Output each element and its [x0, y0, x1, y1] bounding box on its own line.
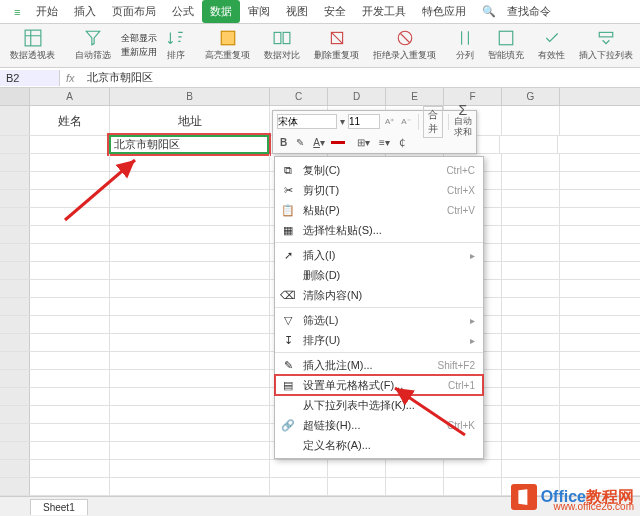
decrease-font-icon[interactable]: A⁻: [399, 117, 412, 126]
tab-formula[interactable]: 公式: [164, 0, 202, 23]
svg-rect-1: [221, 31, 235, 45]
sheet-tab[interactable]: Sheet1: [30, 499, 88, 515]
tab-layout[interactable]: 页面布局: [104, 0, 164, 23]
menu-insert-comment[interactable]: ✎插入批注(M)...Shift+F2: [275, 355, 483, 375]
menu-sort[interactable]: ↧排序(U)▸: [275, 330, 483, 350]
increase-font-icon[interactable]: A⁺: [383, 117, 396, 126]
selected-cell[interactable]: 北京市朝阳区: [109, 135, 269, 154]
clear-icon: ⌫: [281, 288, 295, 302]
select-all-corner[interactable]: [0, 88, 30, 105]
row-header[interactable]: [0, 106, 30, 135]
text-to-columns-button[interactable]: 分列: [452, 27, 478, 64]
menu-pick-from-list[interactable]: 从下拉列表中选择(K)...: [275, 395, 483, 415]
menu-format-cells[interactable]: ▤设置单元格格式(F)...Ctrl+1: [275, 375, 483, 395]
cell-a1[interactable]: 姓名: [30, 106, 110, 135]
paste-special-icon: ▦: [281, 223, 295, 237]
col-header-g[interactable]: G: [502, 88, 560, 105]
col-header-c[interactable]: C: [270, 88, 328, 105]
pivot-button[interactable]: 数据透视表: [6, 27, 59, 64]
number-format-button[interactable]: ₵: [396, 136, 408, 149]
fx-icon[interactable]: fx: [60, 72, 81, 84]
name-box[interactable]: B2: [0, 70, 60, 86]
tab-data[interactable]: 数据: [202, 0, 240, 23]
format-painter-icon[interactable]: ✎: [293, 136, 307, 149]
row-header[interactable]: [0, 136, 30, 153]
menu-define-name[interactable]: 定义名称(A)...: [275, 435, 483, 455]
comment-icon: ✎: [281, 358, 295, 372]
reapply-button[interactable]: 重新应用: [121, 46, 157, 59]
menu-copy[interactable]: ⧉复制(C)Ctrl+C: [275, 160, 483, 180]
bold-button[interactable]: B: [277, 136, 290, 149]
menu-filter[interactable]: ▽筛选(L)▸: [275, 310, 483, 330]
context-menu: ⧉复制(C)Ctrl+C ✂剪切(T)Ctrl+X 📋粘贴(P)Ctrl+V ▦…: [274, 156, 484, 459]
reject-dup-button[interactable]: 拒绝录入重复项: [369, 27, 440, 64]
menu-paste[interactable]: 📋粘贴(P)Ctrl+V: [275, 200, 483, 220]
align-button[interactable]: ≡▾: [376, 136, 393, 149]
paste-icon: 📋: [281, 203, 295, 217]
menu-clear[interactable]: ⌫清除内容(N): [275, 285, 483, 305]
smart-fill-button[interactable]: 智能填充: [484, 27, 528, 64]
insert-icon: ➚: [281, 248, 295, 262]
svg-rect-6: [499, 31, 513, 45]
tab-review[interactable]: 审阅: [240, 0, 278, 23]
formula-input[interactable]: 北京市朝阳区: [81, 68, 640, 87]
sort-button[interactable]: 排序: [163, 27, 189, 64]
office-logo-icon: [511, 484, 537, 510]
svg-rect-3: [283, 32, 290, 43]
delete-dup-button[interactable]: 删除重复项: [310, 27, 363, 64]
col-header-a[interactable]: A: [30, 88, 110, 105]
menu-hyperlink[interactable]: 🔗超链接(H)...Ctrl+K: [275, 415, 483, 435]
cut-icon: ✂: [281, 183, 295, 197]
menu-delete[interactable]: 删除(D): [275, 265, 483, 285]
ribbon-tab-bar: ≡ 开始 插入 页面布局 公式 数据 审阅 视图 安全 开发工具 特色应用 🔍 …: [0, 0, 640, 24]
tab-special[interactable]: 特色应用: [414, 0, 474, 23]
watermark: Office教程网 www.office26.com: [511, 484, 634, 510]
svg-rect-7: [599, 32, 613, 37]
tab-dev[interactable]: 开发工具: [354, 0, 414, 23]
tab-view[interactable]: 视图: [278, 0, 316, 23]
copy-icon: ⧉: [281, 163, 295, 177]
border-button[interactable]: ⊞▾: [354, 136, 373, 149]
filter-icon: ▽: [281, 313, 295, 327]
dropdown-button[interactable]: 插入下拉列表: [575, 27, 637, 64]
formula-bar: B2 fx 北京市朝阳区: [0, 68, 640, 88]
col-header-f[interactable]: F: [444, 88, 502, 105]
autofilter-button[interactable]: 自动筛选: [71, 27, 115, 64]
tab-home[interactable]: 开始: [28, 0, 66, 23]
search-command[interactable]: 🔍 查找命令: [474, 0, 567, 23]
menu-paste-special[interactable]: ▦选择性粘贴(S)...: [275, 220, 483, 240]
svg-rect-0: [25, 30, 41, 46]
logo-icon: ≡: [6, 2, 28, 22]
cell-b1[interactable]: 地址: [110, 106, 270, 135]
highlight-dup-button[interactable]: 高亮重复项: [201, 27, 254, 64]
cell-a2[interactable]: [30, 136, 110, 153]
font-color-button[interactable]: A▾: [310, 136, 328, 149]
validity-button[interactable]: 有效性: [534, 27, 569, 64]
col-header-b[interactable]: B: [110, 88, 270, 105]
fill-color-button[interactable]: [331, 141, 345, 144]
data-compare-button[interactable]: 数据对比: [260, 27, 304, 64]
tab-security[interactable]: 安全: [316, 0, 354, 23]
menu-cut[interactable]: ✂剪切(T)Ctrl+X: [275, 180, 483, 200]
mini-toolbar: ▾ A⁺ A⁻ 合并 Σ自动求和 B ✎ A▾ ⊞▾ ≡▾ ₵: [272, 110, 477, 154]
col-header-e[interactable]: E: [386, 88, 444, 105]
ribbon-toolbar: 数据透视表 自动筛选 全部显示 重新应用 排序 高亮重复项 数据对比 删除重复项…: [0, 24, 640, 68]
svg-rect-2: [274, 32, 281, 43]
tab-insert[interactable]: 插入: [66, 0, 104, 23]
fontsize-select[interactable]: [348, 114, 380, 129]
format-cells-icon: ▤: [281, 378, 295, 392]
col-header-d[interactable]: D: [328, 88, 386, 105]
showall-button[interactable]: 全部显示: [121, 32, 157, 45]
hyperlink-icon: 🔗: [281, 418, 295, 432]
sort-icon: ↧: [281, 333, 295, 347]
menu-insert[interactable]: ➚插入(I)▸: [275, 245, 483, 265]
font-select[interactable]: [277, 114, 337, 129]
